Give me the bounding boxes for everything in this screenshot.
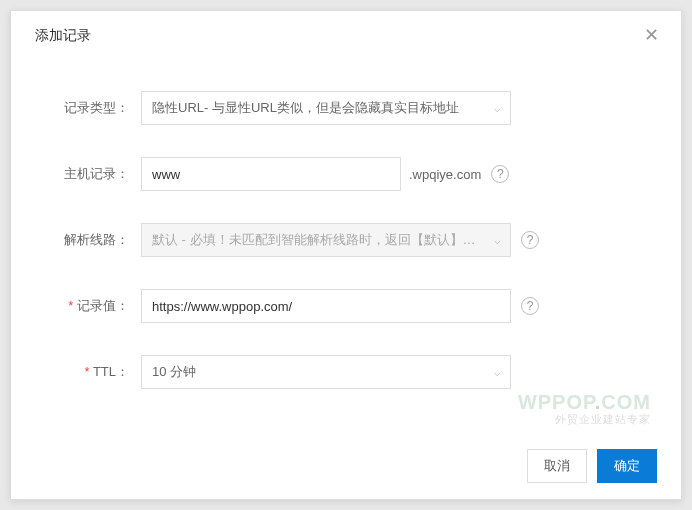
modal-footer: 取消 确定 (527, 449, 657, 483)
label-record-value: 记录值： (51, 297, 141, 315)
row-resolve-line: 解析线路： 默认 - 必填！未匹配到智能解析线路时，返回【默认】线路设... ⌵… (51, 223, 641, 257)
input-record-value[interactable] (141, 289, 511, 323)
select-resolve-line[interactable]: 默认 - 必填！未匹配到智能解析线路时，返回【默认】线路设... ⌵ (141, 223, 511, 257)
modal-header: 添加记录 ✕ (11, 11, 681, 61)
host-suffix: .wpqiye.com (409, 167, 481, 182)
row-ttl: TTL： 10 分钟 ⌵ (51, 355, 641, 389)
label-ttl: TTL： (51, 363, 141, 381)
row-record-value: 记录值： ? (51, 289, 641, 323)
label-host-record: 主机记录： (51, 165, 141, 183)
add-record-modal: 添加记录 ✕ 记录类型： 隐性URL- 与显性URL类似，但是会隐藏真实目标地址… (10, 10, 682, 500)
select-resolve-line-value: 默认 - 必填！未匹配到智能解析线路时，返回【默认】线路设... (141, 223, 511, 257)
row-record-type: 记录类型： 隐性URL- 与显性URL类似，但是会隐藏真实目标地址 ⌵ (51, 91, 641, 125)
help-icon[interactable]: ? (491, 165, 509, 183)
modal-body: 记录类型： 隐性URL- 与显性URL类似，但是会隐藏真实目标地址 ⌵ 主机记录… (11, 61, 681, 431)
label-record-type: 记录类型： (51, 99, 141, 117)
input-host-record[interactable] (141, 157, 401, 191)
label-resolve-line: 解析线路： (51, 231, 141, 249)
confirm-button[interactable]: 确定 (597, 449, 657, 483)
select-record-type[interactable]: 隐性URL- 与显性URL类似，但是会隐藏真实目标地址 ⌵ (141, 91, 511, 125)
modal-title: 添加记录 (35, 27, 657, 45)
cancel-button[interactable]: 取消 (527, 449, 587, 483)
select-ttl[interactable]: 10 分钟 ⌵ (141, 355, 511, 389)
help-icon[interactable]: ? (521, 231, 539, 249)
close-icon[interactable]: ✕ (641, 25, 661, 45)
select-ttl-value: 10 分钟 (141, 355, 511, 389)
row-host-record: 主机记录： .wpqiye.com ? (51, 157, 641, 191)
help-icon[interactable]: ? (521, 297, 539, 315)
select-record-type-value: 隐性URL- 与显性URL类似，但是会隐藏真实目标地址 (141, 91, 511, 125)
